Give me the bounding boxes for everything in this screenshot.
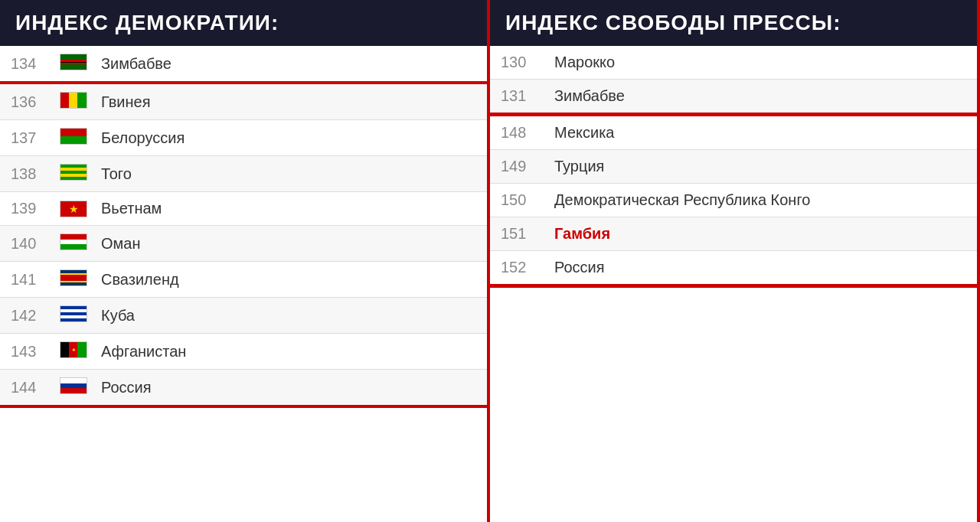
table-row: 142Куба xyxy=(0,298,487,334)
country-cell: Гвинея xyxy=(90,83,487,120)
left-header-text: ИНДЕКС ДЕМОКРАТИИ: xyxy=(15,11,279,34)
rank-cell: 136 xyxy=(0,83,54,120)
left-panel-header: ИНДЕКС ДЕМОКРАТИИ: xyxy=(0,0,487,46)
flag-oman xyxy=(60,233,87,250)
country-cell: Зимбабве xyxy=(90,46,487,83)
flag-cuba xyxy=(60,305,87,322)
country-cell: Гамбия xyxy=(544,217,977,251)
table-row: 137Белоруссия xyxy=(0,120,487,156)
rank-cell: 151 xyxy=(490,217,544,251)
country-cell: Белоруссия xyxy=(90,120,487,156)
country-cell: Афганистан xyxy=(90,334,487,370)
country-cell: Оман xyxy=(90,226,487,262)
table-row: 143✦Афганистан xyxy=(0,334,487,370)
rank-cell: 130 xyxy=(490,46,544,80)
rank-cell: 140 xyxy=(0,226,54,262)
table-row: 138Того xyxy=(0,156,487,192)
left-table-container: 134Зимбабве136Гвинея137Белоруссия138Того… xyxy=(0,46,487,522)
table-row: 151Гамбия xyxy=(490,217,977,251)
flag-cell: ★ xyxy=(54,192,90,226)
flag-cell xyxy=(54,46,90,83)
right-header-text: ИНДЕКС СВОБОДЫ ПРЕССЫ: xyxy=(505,11,841,34)
table-row: 136Гвинея xyxy=(0,83,487,120)
country-cell: Россия xyxy=(90,370,487,407)
country-cell: Куба xyxy=(90,298,487,334)
flag-cell xyxy=(54,226,90,262)
flag-cell xyxy=(54,120,90,156)
table-row: 150Демократическая Республика Конго xyxy=(490,184,977,217)
flag-zimbabwe xyxy=(60,54,87,70)
flag-belarus xyxy=(60,128,87,145)
flag-swaziland xyxy=(60,269,87,286)
rank-cell: 138 xyxy=(0,156,54,192)
table-row: 148Мексика xyxy=(490,115,977,150)
country-cell: Марокко xyxy=(544,46,977,80)
rank-cell: 142 xyxy=(0,298,54,334)
table-row: 152Россия xyxy=(490,251,977,286)
flag-guinea xyxy=(60,92,87,109)
rank-cell: 148 xyxy=(490,115,544,150)
left-table: 134Зимбабве136Гвинея137Белоруссия138Того… xyxy=(0,46,487,408)
flag-afghanistan: ✦ xyxy=(60,341,87,358)
rank-cell: 152 xyxy=(490,251,544,286)
flag-vietnam: ★ xyxy=(60,201,87,217)
flag-cell: ✦ xyxy=(54,334,90,370)
table-row: 144Россия xyxy=(0,370,487,407)
country-cell: Того xyxy=(90,156,487,192)
left-panel: ИНДЕКС ДЕМОКРАТИИ: 134Зимбабве136Гвинея1… xyxy=(0,0,490,522)
right-table: 130Марокко131Зимбабве148Мексика149Турция… xyxy=(490,46,977,288)
table-row: 141Свазиленд xyxy=(0,262,487,298)
rank-cell: 139 xyxy=(0,192,54,226)
country-cell: Вьетнам xyxy=(90,192,487,226)
table-row: 131Зимбабве xyxy=(490,80,977,115)
rank-cell: 144 xyxy=(0,370,54,407)
rank-cell: 141 xyxy=(0,262,54,298)
flag-cell xyxy=(54,298,90,334)
rank-cell: 149 xyxy=(490,150,544,184)
country-cell: Россия xyxy=(544,251,977,286)
flag-cell xyxy=(54,262,90,298)
rank-cell: 131 xyxy=(490,80,544,115)
flag-russia xyxy=(60,377,87,394)
flag-cell xyxy=(54,156,90,192)
rank-cell: 134 xyxy=(0,46,54,83)
country-cell: Демократическая Республика Конго xyxy=(544,184,977,217)
right-table-container: 130Марокко131Зимбабве148Мексика149Турция… xyxy=(490,46,977,522)
flag-cell xyxy=(54,370,90,407)
table-row: 139★Вьетнам xyxy=(0,192,487,226)
country-cell: Свазиленд xyxy=(90,262,487,298)
rank-cell: 150 xyxy=(490,184,544,217)
rank-cell: 143 xyxy=(0,334,54,370)
flag-cell xyxy=(54,83,90,120)
table-row: 149Турция xyxy=(490,150,977,184)
country-cell: Зимбабве xyxy=(544,80,977,115)
country-cell: Турция xyxy=(544,150,977,184)
right-panel: ИНДЕКС СВОБОДЫ ПРЕССЫ: 130Марокко131Зимб… xyxy=(490,0,980,522)
table-row: 140Оман xyxy=(0,226,487,262)
table-row: 130Марокко xyxy=(490,46,977,80)
right-panel-header: ИНДЕКС СВОБОДЫ ПРЕССЫ: xyxy=(490,0,977,46)
table-row: 134Зимбабве xyxy=(0,46,487,83)
country-cell: Мексика xyxy=(544,115,977,150)
flag-togo xyxy=(60,164,87,181)
rank-cell: 137 xyxy=(0,120,54,156)
